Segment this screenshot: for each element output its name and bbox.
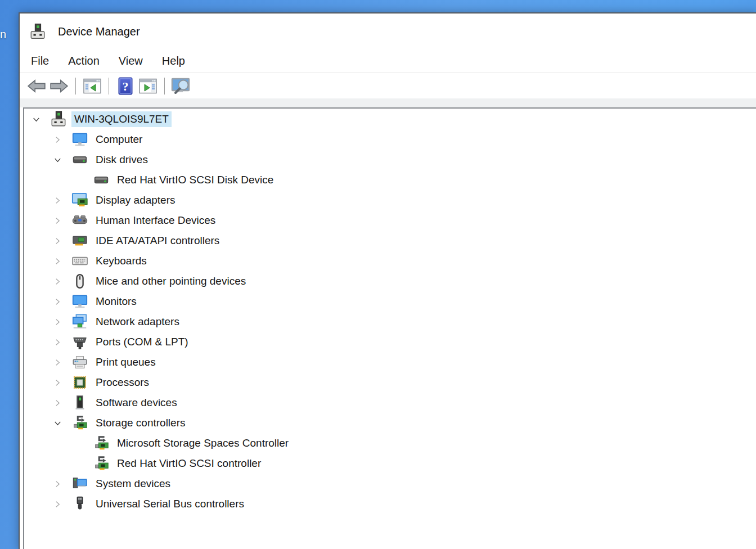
toolbar-bottom-strip	[20, 98, 756, 107]
tree-row[interactable]: Print queues	[24, 352, 756, 372]
tree-row[interactable]: Ports (COM & LPT)	[24, 332, 756, 352]
menu-item-action[interactable]: Action	[58, 52, 109, 70]
chevron-down-icon[interactable]	[28, 111, 44, 128]
tree-row[interactable]: WIN-3QLOIS9L7ET	[24, 109, 756, 129]
tree-row[interactable]: Processors	[24, 372, 756, 393]
toolbar-button-show-console-tree[interactable]	[82, 75, 103, 97]
tree-row[interactable]: Display adapters	[24, 190, 756, 210]
device-manager-icon	[29, 23, 46, 40]
tree-row[interactable]: Universal Serial Bus controllers	[24, 494, 756, 514]
chevron-right-icon[interactable]	[49, 334, 66, 350]
forward-arrow-icon	[50, 79, 69, 93]
menu-item-file[interactable]: File	[21, 52, 58, 70]
disk-drive-icon	[71, 151, 88, 168]
tree-item-label[interactable]: Print queues	[93, 354, 159, 370]
scan-computer-icon	[171, 78, 191, 94]
back-arrow-icon	[27, 79, 46, 93]
chevron-right-icon[interactable]	[49, 212, 66, 229]
tree-item-label[interactable]: Red Hat VirtIO SCSI Disk Device	[114, 172, 276, 188]
tree-row[interactable]: Monitors	[24, 291, 756, 312]
ide-controller-icon	[71, 232, 88, 249]
serial-port-icon	[71, 334, 88, 350]
monitor-icon	[71, 293, 88, 310]
display-adapter-icon	[71, 192, 88, 209]
console-tree-icon	[83, 78, 101, 94]
tree-item-label[interactable]: Human Interface Devices	[93, 213, 218, 228]
tree-row[interactable]: Disk drives	[24, 150, 756, 170]
software-device-icon	[71, 394, 88, 411]
chevron-right-icon[interactable]	[49, 232, 66, 249]
tree-item-label[interactable]: WIN-3QLOIS9L7ET	[71, 111, 172, 127]
chevron-right-icon[interactable]	[49, 253, 66, 269]
expander-spacer	[70, 455, 87, 472]
disk-drive-icon	[93, 172, 110, 188]
tree-item-label[interactable]: Storage controllers	[93, 415, 188, 431]
chevron-right-icon[interactable]	[49, 273, 66, 290]
toolbar-button-properties[interactable]	[137, 75, 159, 97]
tree-item-label[interactable]: Mice and other pointing devices	[93, 273, 249, 289]
tree-row[interactable]: Human Interface Devices	[24, 210, 756, 231]
chevron-right-icon[interactable]	[49, 192, 66, 209]
tree-row[interactable]: Network adapters	[24, 312, 756, 332]
svg-text:?: ?	[123, 79, 129, 93]
expander-spacer	[70, 435, 87, 452]
chevron-right-icon[interactable]	[49, 496, 66, 512]
chevron-right-icon[interactable]	[49, 293, 66, 310]
toolbar-button-forward[interactable]	[48, 75, 70, 97]
chevron-down-icon[interactable]	[49, 415, 66, 431]
chevron-right-icon[interactable]	[49, 475, 66, 492]
computer-icon	[71, 131, 88, 148]
tree-row[interactable]: Computer	[24, 129, 756, 150]
chevron-right-icon[interactable]	[49, 313, 66, 330]
processor-icon	[71, 374, 88, 391]
tree-item-label[interactable]: Red Hat VirtIO SCSI controller	[114, 456, 264, 471]
tree-item-label[interactable]: IDE ATA/ATAPI controllers	[93, 233, 222, 249]
tree-item-label[interactable]: Network adapters	[93, 314, 182, 330]
window-title: Device Manager	[58, 25, 140, 38]
tree-row[interactable]: IDE ATA/ATAPI controllers	[24, 231, 756, 251]
tree-item-label[interactable]: System devices	[93, 476, 173, 492]
device-manager-icon	[50, 111, 67, 128]
menu-bar: FileActionViewHelp	[20, 50, 756, 73]
tree-item-label[interactable]: Software devices	[93, 395, 180, 411]
tree-item-label[interactable]: Disk drives	[93, 152, 151, 168]
toolbar-button-back[interactable]	[26, 75, 47, 97]
tree-row[interactable]: Keyboards	[24, 251, 756, 271]
tree-item-label[interactable]: Monitors	[93, 294, 140, 309]
tree-item-label[interactable]: Microsoft Storage Spaces Controller	[114, 435, 291, 451]
mouse-icon	[71, 273, 88, 290]
chevron-right-icon[interactable]	[49, 394, 66, 411]
toolbar-button-scan-hardware-changes[interactable]	[170, 75, 192, 97]
tree-row[interactable]: Mice and other pointing devices	[24, 271, 756, 291]
chevron-right-icon[interactable]	[49, 354, 66, 371]
toolbar: ?	[20, 73, 756, 98]
system-devices-icon	[71, 475, 88, 492]
device-manager-window: Device Manager FileActionViewHelp ? WIN-…	[19, 12, 756, 549]
tree-row[interactable]: Microsoft Storage Spaces Controller	[24, 433, 756, 453]
printer-icon	[71, 354, 88, 371]
chevron-down-icon[interactable]	[49, 151, 66, 168]
properties-icon	[139, 78, 157, 94]
tree-item-label[interactable]: Computer	[93, 132, 145, 147]
chevron-right-icon[interactable]	[49, 374, 66, 391]
toolbar-button-help[interactable]: ?	[115, 75, 136, 97]
tree-row[interactable]: System devices	[24, 474, 756, 494]
menu-item-view[interactable]: View	[109, 52, 152, 70]
tree-item-label[interactable]: Display adapters	[93, 192, 178, 208]
help-icon: ?	[118, 77, 133, 95]
network-adapter-icon	[71, 313, 88, 330]
tree-row[interactable]: Software devices	[24, 393, 756, 413]
keyboard-icon	[71, 253, 88, 269]
toolbar-separator	[75, 78, 76, 94]
device-tree: WIN-3QLOIS9L7ETComputerDisk drivesRed Ha…	[23, 107, 756, 549]
tree-row[interactable]: Storage controllers	[24, 413, 756, 433]
tree-item-label[interactable]: Keyboards	[93, 253, 150, 269]
tree-item-label[interactable]: Universal Serial Bus controllers	[93, 496, 247, 512]
menu-item-help[interactable]: Help	[152, 52, 195, 70]
tree-row[interactable]: Red Hat VirtIO SCSI Disk Device	[24, 170, 756, 190]
tree-item-label[interactable]: Ports (COM & LPT)	[93, 334, 191, 350]
title-bar: Device Manager	[20, 14, 756, 50]
tree-item-label[interactable]: Processors	[93, 375, 152, 390]
chevron-right-icon[interactable]	[49, 131, 66, 148]
tree-row[interactable]: Red Hat VirtIO SCSI controller	[24, 453, 756, 474]
